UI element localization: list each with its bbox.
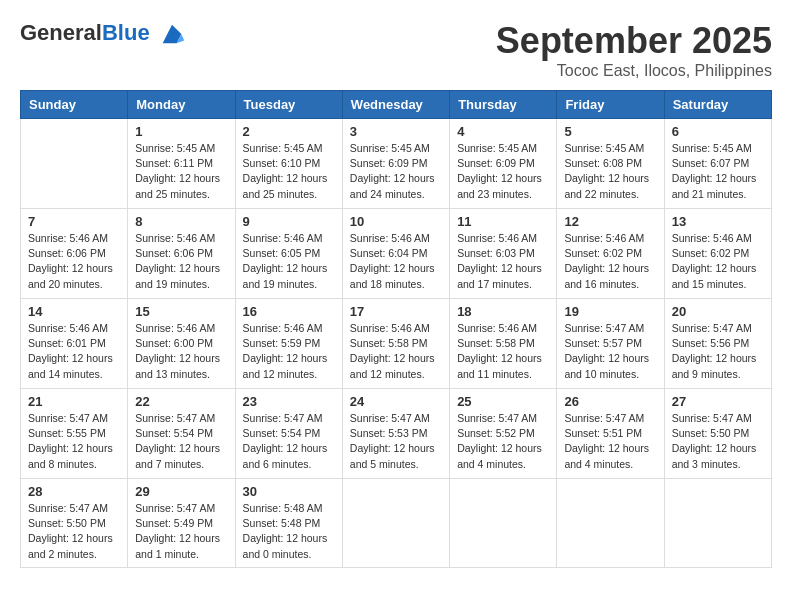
logo-blue: Blue (102, 20, 150, 45)
day-info: Sunrise: 5:46 AMSunset: 6:05 PMDaylight:… (243, 231, 335, 292)
calendar-cell: 17Sunrise: 5:46 AMSunset: 5:58 PMDayligh… (342, 299, 449, 389)
day-number: 24 (350, 394, 442, 409)
day-info: Sunrise: 5:47 AMSunset: 5:54 PMDaylight:… (243, 411, 335, 472)
calendar-cell: 4Sunrise: 5:45 AMSunset: 6:09 PMDaylight… (450, 119, 557, 209)
day-number: 30 (243, 484, 335, 499)
day-number: 2 (243, 124, 335, 139)
day-info: Sunrise: 5:46 AMSunset: 6:03 PMDaylight:… (457, 231, 549, 292)
day-number: 19 (564, 304, 656, 319)
day-info: Sunrise: 5:45 AMSunset: 6:07 PMDaylight:… (672, 141, 764, 202)
calendar-cell: 23Sunrise: 5:47 AMSunset: 5:54 PMDayligh… (235, 389, 342, 479)
day-number: 1 (135, 124, 227, 139)
column-header-sunday: Sunday (21, 91, 128, 119)
column-header-monday: Monday (128, 91, 235, 119)
page-header: GeneralBlue September 2025 Tococ East, I… (20, 20, 772, 80)
day-info: Sunrise: 5:47 AMSunset: 5:54 PMDaylight:… (135, 411, 227, 472)
day-info: Sunrise: 5:45 AMSunset: 6:09 PMDaylight:… (457, 141, 549, 202)
day-info: Sunrise: 5:46 AMSunset: 6:01 PMDaylight:… (28, 321, 120, 382)
logo-icon (158, 20, 186, 48)
calendar-cell: 20Sunrise: 5:47 AMSunset: 5:56 PMDayligh… (664, 299, 771, 389)
logo-text: GeneralBlue (20, 20, 186, 48)
calendar-cell: 6Sunrise: 5:45 AMSunset: 6:07 PMDaylight… (664, 119, 771, 209)
day-number: 14 (28, 304, 120, 319)
calendar-cell: 14Sunrise: 5:46 AMSunset: 6:01 PMDayligh… (21, 299, 128, 389)
day-info: Sunrise: 5:47 AMSunset: 5:52 PMDaylight:… (457, 411, 549, 472)
calendar-cell: 3Sunrise: 5:45 AMSunset: 6:09 PMDaylight… (342, 119, 449, 209)
logo: GeneralBlue (20, 20, 186, 48)
week-row-3: 14Sunrise: 5:46 AMSunset: 6:01 PMDayligh… (21, 299, 772, 389)
calendar-cell: 24Sunrise: 5:47 AMSunset: 5:53 PMDayligh… (342, 389, 449, 479)
calendar-cell: 5Sunrise: 5:45 AMSunset: 6:08 PMDaylight… (557, 119, 664, 209)
day-number: 4 (457, 124, 549, 139)
day-info: Sunrise: 5:47 AMSunset: 5:50 PMDaylight:… (28, 501, 120, 562)
day-number: 6 (672, 124, 764, 139)
calendar-cell: 29Sunrise: 5:47 AMSunset: 5:49 PMDayligh… (128, 479, 235, 568)
day-number: 29 (135, 484, 227, 499)
column-header-wednesday: Wednesday (342, 91, 449, 119)
calendar-cell: 28Sunrise: 5:47 AMSunset: 5:50 PMDayligh… (21, 479, 128, 568)
day-info: Sunrise: 5:47 AMSunset: 5:53 PMDaylight:… (350, 411, 442, 472)
day-number: 27 (672, 394, 764, 409)
day-info: Sunrise: 5:47 AMSunset: 5:50 PMDaylight:… (672, 411, 764, 472)
week-row-2: 7Sunrise: 5:46 AMSunset: 6:06 PMDaylight… (21, 209, 772, 299)
calendar-cell (664, 479, 771, 568)
day-info: Sunrise: 5:46 AMSunset: 6:02 PMDaylight:… (564, 231, 656, 292)
calendar-cell: 18Sunrise: 5:46 AMSunset: 5:58 PMDayligh… (450, 299, 557, 389)
calendar-cell: 2Sunrise: 5:45 AMSunset: 6:10 PMDaylight… (235, 119, 342, 209)
day-number: 20 (672, 304, 764, 319)
day-number: 13 (672, 214, 764, 229)
week-row-4: 21Sunrise: 5:47 AMSunset: 5:55 PMDayligh… (21, 389, 772, 479)
column-header-tuesday: Tuesday (235, 91, 342, 119)
column-header-saturday: Saturday (664, 91, 771, 119)
week-row-1: 1Sunrise: 5:45 AMSunset: 6:11 PMDaylight… (21, 119, 772, 209)
day-number: 5 (564, 124, 656, 139)
location-title: Tococ East, Ilocos, Philippines (496, 62, 772, 80)
day-number: 15 (135, 304, 227, 319)
day-info: Sunrise: 5:46 AMSunset: 6:00 PMDaylight:… (135, 321, 227, 382)
calendar-cell: 19Sunrise: 5:47 AMSunset: 5:57 PMDayligh… (557, 299, 664, 389)
calendar-cell: 22Sunrise: 5:47 AMSunset: 5:54 PMDayligh… (128, 389, 235, 479)
day-info: Sunrise: 5:47 AMSunset: 5:57 PMDaylight:… (564, 321, 656, 382)
calendar-cell: 15Sunrise: 5:46 AMSunset: 6:00 PMDayligh… (128, 299, 235, 389)
day-info: Sunrise: 5:47 AMSunset: 5:56 PMDaylight:… (672, 321, 764, 382)
calendar-cell: 16Sunrise: 5:46 AMSunset: 5:59 PMDayligh… (235, 299, 342, 389)
calendar-cell: 27Sunrise: 5:47 AMSunset: 5:50 PMDayligh… (664, 389, 771, 479)
day-number: 18 (457, 304, 549, 319)
calendar-cell: 11Sunrise: 5:46 AMSunset: 6:03 PMDayligh… (450, 209, 557, 299)
calendar-cell: 30Sunrise: 5:48 AMSunset: 5:48 PMDayligh… (235, 479, 342, 568)
day-number: 16 (243, 304, 335, 319)
calendar-cell (557, 479, 664, 568)
day-number: 11 (457, 214, 549, 229)
day-number: 10 (350, 214, 442, 229)
calendar-cell (450, 479, 557, 568)
day-info: Sunrise: 5:45 AMSunset: 6:10 PMDaylight:… (243, 141, 335, 202)
column-header-thursday: Thursday (450, 91, 557, 119)
calendar-cell: 7Sunrise: 5:46 AMSunset: 6:06 PMDaylight… (21, 209, 128, 299)
calendar-cell: 1Sunrise: 5:45 AMSunset: 6:11 PMDaylight… (128, 119, 235, 209)
day-number: 25 (457, 394, 549, 409)
day-info: Sunrise: 5:46 AMSunset: 6:06 PMDaylight:… (135, 231, 227, 292)
day-info: Sunrise: 5:45 AMSunset: 6:11 PMDaylight:… (135, 141, 227, 202)
calendar-cell: 26Sunrise: 5:47 AMSunset: 5:51 PMDayligh… (557, 389, 664, 479)
day-number: 12 (564, 214, 656, 229)
day-info: Sunrise: 5:45 AMSunset: 6:08 PMDaylight:… (564, 141, 656, 202)
day-info: Sunrise: 5:46 AMSunset: 5:59 PMDaylight:… (243, 321, 335, 382)
calendar-cell: 21Sunrise: 5:47 AMSunset: 5:55 PMDayligh… (21, 389, 128, 479)
day-number: 3 (350, 124, 442, 139)
day-info: Sunrise: 5:45 AMSunset: 6:09 PMDaylight:… (350, 141, 442, 202)
day-info: Sunrise: 5:46 AMSunset: 6:06 PMDaylight:… (28, 231, 120, 292)
title-area: September 2025 Tococ East, Ilocos, Phili… (496, 20, 772, 80)
calendar-cell: 8Sunrise: 5:46 AMSunset: 6:06 PMDaylight… (128, 209, 235, 299)
logo-general: General (20, 20, 102, 45)
calendar-cell: 25Sunrise: 5:47 AMSunset: 5:52 PMDayligh… (450, 389, 557, 479)
day-number: 26 (564, 394, 656, 409)
calendar-cell (342, 479, 449, 568)
day-number: 21 (28, 394, 120, 409)
calendar-table: SundayMondayTuesdayWednesdayThursdayFrid… (20, 90, 772, 568)
day-info: Sunrise: 5:46 AMSunset: 5:58 PMDaylight:… (457, 321, 549, 382)
day-number: 22 (135, 394, 227, 409)
calendar-header-row: SundayMondayTuesdayWednesdayThursdayFrid… (21, 91, 772, 119)
calendar-cell: 9Sunrise: 5:46 AMSunset: 6:05 PMDaylight… (235, 209, 342, 299)
day-number: 17 (350, 304, 442, 319)
calendar-cell: 13Sunrise: 5:46 AMSunset: 6:02 PMDayligh… (664, 209, 771, 299)
